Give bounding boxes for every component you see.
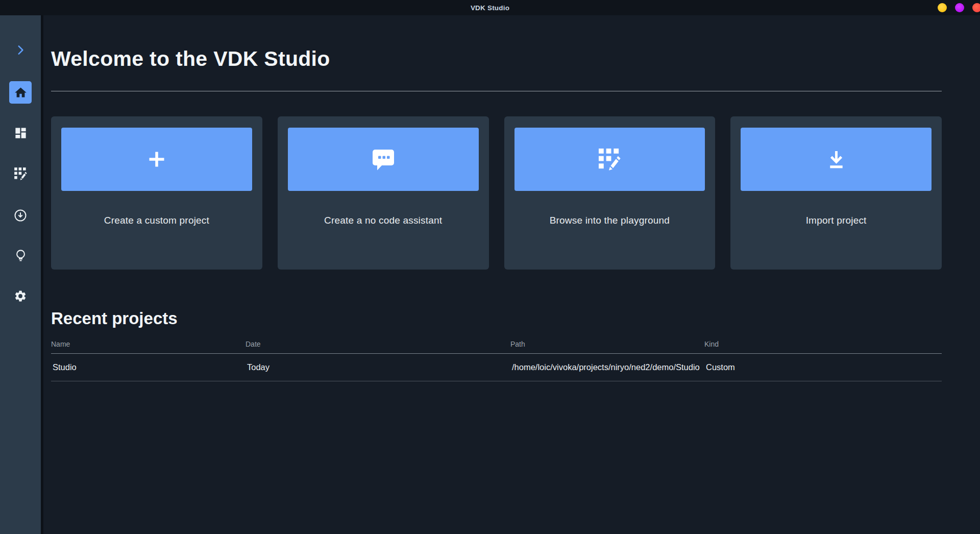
card-banner — [288, 128, 479, 191]
recent-projects-table: Name Date Path Kind Studio Today /home/l… — [51, 336, 942, 381]
titlebar: VDK Studio — [0, 0, 980, 15]
grid-edit-icon — [14, 167, 28, 181]
card-create-custom-project[interactable]: Create a custom project — [51, 116, 262, 270]
maximize-dot-icon[interactable] — [955, 3, 964, 12]
grid-edit-icon — [598, 148, 622, 172]
card-browse-playground[interactable]: Browse into the playground — [504, 116, 716, 270]
window-title: VDK Studio — [471, 4, 509, 12]
column-header-date: Date — [246, 336, 510, 353]
card-banner — [514, 128, 705, 191]
card-label: Browse into the playground — [514, 215, 705, 226]
card-label: Import project — [741, 215, 932, 226]
home-icon — [14, 86, 28, 100]
cell-kind: Custom — [704, 362, 942, 372]
card-create-no-code-assistant[interactable]: Create a no code assistant — [278, 116, 489, 270]
plus-icon — [146, 149, 167, 169]
action-cards: Create a custom project Create a no — [51, 116, 942, 270]
cell-path: /home/loic/vivoka/projects/niryo/ned2/de… — [510, 362, 704, 372]
download-icon — [825, 148, 848, 171]
card-import-project[interactable]: Import project — [730, 116, 942, 270]
minimize-dot-icon[interactable] — [938, 3, 947, 12]
cell-date: Today — [246, 362, 510, 372]
cell-name: Studio — [51, 362, 246, 372]
sidebar-item-home[interactable] — [9, 81, 32, 104]
sidebar-expand-button[interactable] — [0, 43, 41, 57]
download-circle-icon — [13, 208, 28, 223]
chevron-right-icon — [14, 43, 27, 57]
lightbulb-icon — [14, 249, 28, 262]
card-banner — [741, 128, 932, 191]
sidebar-item-settings[interactable] — [0, 289, 41, 303]
dashboard-icon — [14, 126, 28, 140]
table-header-row: Name Date Path Kind — [51, 336, 942, 354]
heading-divider — [51, 91, 942, 91]
chat-icon — [372, 149, 395, 171]
recent-projects-title: Recent projects — [51, 308, 942, 329]
column-header-name: Name — [51, 336, 246, 353]
main-content: Welcome to the VDK Studio Create a custo… — [43, 15, 980, 534]
column-header-kind: Kind — [704, 336, 942, 353]
app-shell: Welcome to the VDK Studio Create a custo… — [0, 15, 980, 534]
card-label: Create a no code assistant — [288, 215, 479, 226]
window-controls — [938, 3, 980, 12]
card-label: Create a custom project — [61, 215, 252, 226]
sidebar-item-dashboard[interactable] — [0, 126, 41, 140]
close-dot-icon[interactable] — [972, 3, 980, 12]
sidebar-item-import[interactable] — [0, 208, 41, 223]
gear-icon — [14, 289, 27, 303]
page-title: Welcome to the VDK Studio — [51, 47, 942, 71]
table-row[interactable]: Studio Today /home/loic/vivoka/projects/… — [51, 354, 942, 381]
sidebar-item-playground[interactable] — [0, 166, 41, 181]
card-banner — [61, 128, 252, 191]
column-header-path: Path — [510, 336, 704, 353]
sidebar-item-ideas[interactable] — [0, 248, 41, 262]
sidebar — [0, 15, 43, 534]
